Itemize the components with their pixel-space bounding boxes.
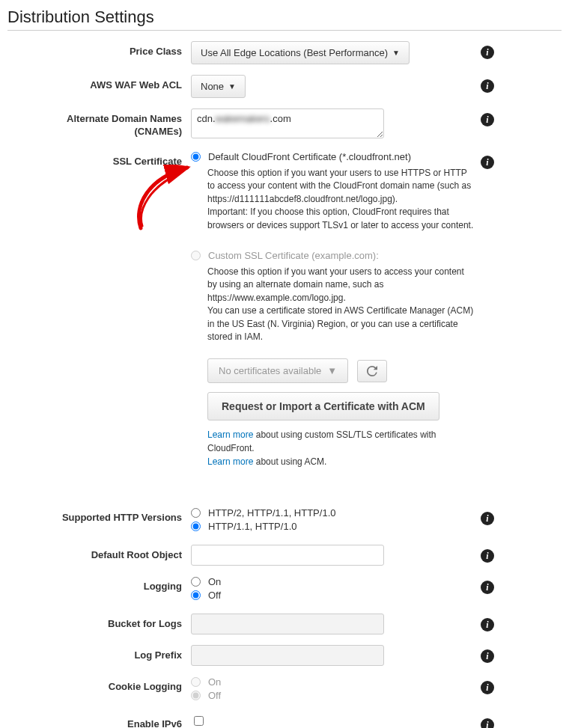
ssl-default-radio-input[interactable] xyxy=(191,152,201,162)
logging-off-label: Off xyxy=(208,590,221,601)
http11-label: HTTP/1.1, HTTP/1.0 xyxy=(208,521,296,532)
cnames-input[interactable] xyxy=(191,108,384,138)
info-icon[interactable]: i xyxy=(481,79,494,93)
divider xyxy=(7,30,562,31)
row-price-class: Price Class Use All Edge Locations (Best… xyxy=(7,41,562,64)
ssl-custom-label: Custom SSL Certificate (example.com): xyxy=(208,250,379,261)
info-icon[interactable]: i xyxy=(481,512,494,525)
caret-down-icon: ▼ xyxy=(392,49,400,57)
row-ssl: SSL Certificate Default CloudFront Certi… xyxy=(7,151,562,468)
info-icon[interactable]: i xyxy=(481,718,494,728)
label-logging: Logging xyxy=(7,576,191,593)
row-logging: Logging On Off i xyxy=(7,576,562,603)
red-arrow-annotation xyxy=(135,165,195,232)
root-object-input[interactable] xyxy=(191,545,384,566)
row-bucket-logs: Bucket for Logs i xyxy=(7,614,562,634)
learn-more-acm-tail: about using ACM. xyxy=(253,456,326,467)
row-cnames: Alternate Domain Names (CNAMEs) cdn.wake… xyxy=(7,108,562,141)
http11-radio[interactable]: HTTP/1.1, HTTP/1.0 xyxy=(191,521,475,532)
row-waf: AWS WAF Web ACL None ▼ i xyxy=(7,75,562,98)
logging-off-radio[interactable]: Off xyxy=(191,590,475,601)
http2-label: HTTP/2, HTTP/1.1, HTTP/1.0 xyxy=(208,507,335,519)
row-log-prefix: Log Prefix i xyxy=(7,645,562,666)
cookie-on-radio[interactable]: On xyxy=(191,676,475,688)
bucket-logs-input[interactable] xyxy=(191,614,384,634)
info-icon[interactable]: i xyxy=(481,618,494,631)
ipv6-checkbox[interactable] xyxy=(194,716,204,726)
cookie-off-radio[interactable]: Off xyxy=(191,690,475,701)
refresh-certs-button[interactable] xyxy=(357,360,387,382)
caret-down-icon: ▼ xyxy=(327,365,337,376)
info-icon[interactable]: i xyxy=(481,113,494,126)
refresh-icon xyxy=(367,366,377,376)
row-ipv6: Enable IPv6 Learn more i xyxy=(7,714,562,728)
label-bucket-logs: Bucket for Logs xyxy=(7,614,191,631)
ssl-default-radio[interactable]: Default CloudFront Certificate (*.cloudf… xyxy=(191,151,475,162)
label-root-object: Default Root Object xyxy=(7,545,191,562)
price-class-value: Use All Edge Locations (Best Performance… xyxy=(201,47,388,58)
http2-radio[interactable]: HTTP/2, HTTP/1.1, HTTP/1.0 xyxy=(191,507,475,519)
info-icon[interactable]: i xyxy=(481,681,494,694)
ssl-custom-radio[interactable]: Custom SSL Certificate (example.com): xyxy=(191,250,475,261)
http11-radio-input[interactable] xyxy=(191,521,201,531)
label-ipv6: Enable IPv6 xyxy=(7,714,191,728)
ssl-default-help: Choose this option if you want your user… xyxy=(207,167,475,232)
logging-off-radio-input[interactable] xyxy=(191,590,201,600)
cert-select[interactable]: No certificates available ▼ xyxy=(207,358,348,383)
logging-on-radio-input[interactable] xyxy=(191,577,201,587)
info-icon[interactable]: i xyxy=(481,649,494,663)
label-waf: AWS WAF Web ACL xyxy=(7,75,191,92)
cookie-off-label: Off xyxy=(208,690,221,701)
waf-select[interactable]: None ▼ xyxy=(191,75,246,98)
label-http-versions: Supported HTTP Versions xyxy=(7,507,191,524)
label-log-prefix: Log Prefix xyxy=(7,645,191,662)
row-root-object: Default Root Object i xyxy=(7,545,562,566)
info-icon[interactable]: i xyxy=(481,581,494,594)
cert-select-value: No certificates available xyxy=(219,365,321,376)
http2-radio-input[interactable] xyxy=(191,508,201,518)
page-title: Distribution Settings xyxy=(7,7,562,27)
row-cookie-logging: Cookie Logging On Off i xyxy=(7,676,562,703)
price-class-select[interactable]: Use All Edge Locations (Best Performance… xyxy=(191,41,410,64)
cookie-on-radio-input[interactable] xyxy=(191,677,201,687)
row-http-versions: Supported HTTP Versions HTTP/2, HTTP/1.1… xyxy=(7,507,562,534)
learn-more-acm-link[interactable]: Learn more xyxy=(207,456,253,467)
label-ssl: SSL Certificate xyxy=(7,151,191,168)
logging-on-radio[interactable]: On xyxy=(191,576,475,587)
info-icon[interactable]: i xyxy=(481,46,494,59)
request-cert-button[interactable]: Request or Import a Certificate with ACM xyxy=(207,392,439,420)
cookie-off-radio-input[interactable] xyxy=(191,691,201,700)
waf-value: None xyxy=(201,81,224,92)
label-cnames: Alternate Domain Names (CNAMEs) xyxy=(7,108,191,138)
log-prefix-input[interactable] xyxy=(191,645,384,666)
info-icon[interactable]: i xyxy=(481,549,494,563)
caret-down-icon: ▼ xyxy=(228,82,236,91)
label-price-class: Price Class xyxy=(7,41,191,58)
learn-more-ssl-link[interactable]: Learn more xyxy=(207,429,253,440)
label-cookie-logging: Cookie Logging xyxy=(7,676,191,694)
ssl-custom-radio-input[interactable] xyxy=(191,251,201,260)
cookie-on-label: On xyxy=(208,676,221,688)
ssl-default-label: Default CloudFront Certificate (*.cloudf… xyxy=(208,151,411,162)
ssl-custom-help: Choose this option if you want your user… xyxy=(207,266,475,343)
info-icon[interactable]: i xyxy=(481,156,494,169)
logging-on-label: On xyxy=(208,576,221,587)
